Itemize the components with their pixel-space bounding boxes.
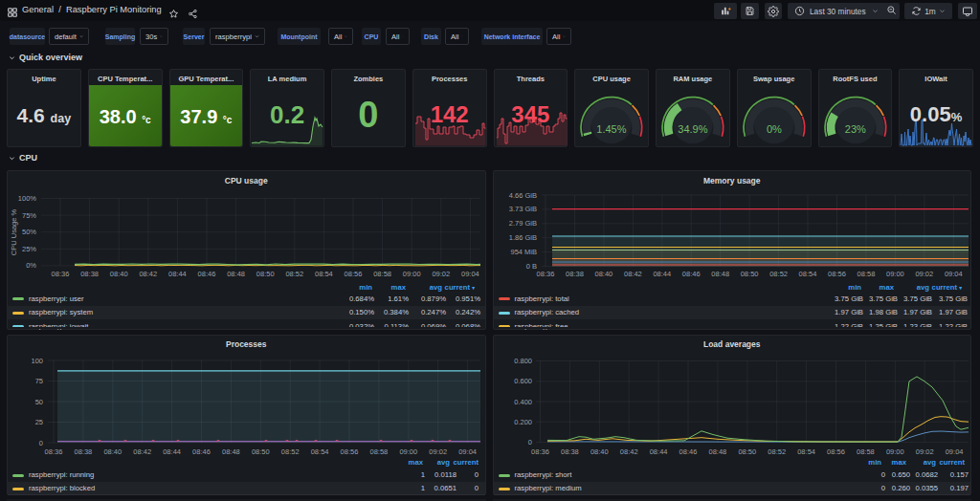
svg-text:09:02: 09:02 bbox=[916, 447, 934, 456]
svg-text:08:44: 08:44 bbox=[650, 447, 668, 456]
svg-text:0.400: 0.400 bbox=[514, 398, 532, 406]
svg-text:08:58: 08:58 bbox=[857, 447, 875, 456]
svg-text:08:38: 08:38 bbox=[561, 447, 579, 456]
svg-text:0: 0 bbox=[528, 438, 532, 447]
svg-text:08:42: 08:42 bbox=[620, 447, 638, 456]
svg-text:0.200: 0.200 bbox=[514, 418, 532, 426]
svg-text:08:46: 08:46 bbox=[679, 447, 698, 456]
svg-text:09:04: 09:04 bbox=[946, 447, 964, 456]
svg-text:08:40: 08:40 bbox=[590, 447, 609, 456]
svg-text:09:00: 09:00 bbox=[886, 447, 904, 456]
svg-text:08:54: 08:54 bbox=[797, 447, 815, 456]
svg-text:08:50: 08:50 bbox=[738, 447, 756, 456]
svg-text:08:56: 08:56 bbox=[827, 447, 845, 456]
svg-text:0.600: 0.600 bbox=[514, 377, 532, 385]
svg-text:08:52: 08:52 bbox=[768, 447, 786, 456]
svg-text:08:36: 08:36 bbox=[531, 447, 549, 456]
svg-text:0.800: 0.800 bbox=[514, 357, 532, 365]
svg-text:08:48: 08:48 bbox=[709, 447, 727, 456]
